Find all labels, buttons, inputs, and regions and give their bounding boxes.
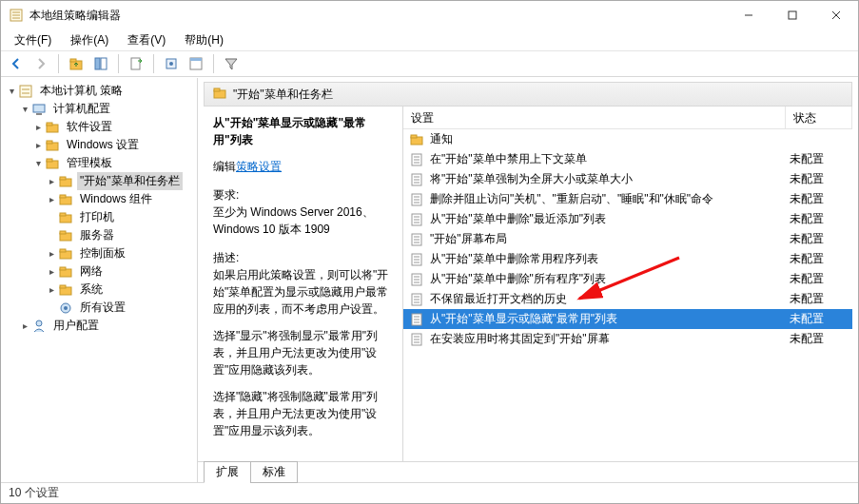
list-row[interactable]: 不保留最近打开文档的历史未配置 bbox=[403, 289, 852, 309]
tree-computer-config[interactable]: ▾ 计算机配置 bbox=[1, 100, 197, 118]
svg-rect-39 bbox=[60, 267, 66, 270]
list-row[interactable]: "开始"屏幕布局未配置 bbox=[403, 229, 852, 249]
folder-open-icon bbox=[58, 174, 73, 189]
tree-printers[interactable]: 打印机 bbox=[1, 208, 197, 226]
policy-icon bbox=[409, 272, 424, 287]
folder-icon bbox=[45, 156, 60, 171]
tree-software-settings[interactable]: ▸软件设置 bbox=[1, 118, 197, 136]
column-setting[interactable]: 设置 bbox=[403, 107, 786, 128]
description-text-2: 选择"显示"将强制显示"最常用"列表，并且用户无法更改为使用"设置"应用隐藏该列… bbox=[213, 327, 393, 378]
list-item-status: 未配置 bbox=[790, 231, 847, 247]
description-panel: 从"开始"菜单显示或隐藏"最常用"列表 编辑策略设置 要求: 至少为 Windo… bbox=[204, 107, 403, 461]
menu-view[interactable]: 查看(V) bbox=[120, 30, 173, 50]
list-row-selected[interactable]: 从"开始"菜单显示或隐藏"最常用"列表未配置 bbox=[403, 309, 852, 329]
details-content: 从"开始"菜单显示或隐藏"最常用"列表 编辑策略设置 要求: 至少为 Windo… bbox=[198, 107, 858, 461]
folder-icon bbox=[212, 86, 227, 104]
list-row[interactable]: 从"开始"菜单中删除常用程序列表未配置 bbox=[403, 249, 852, 269]
list-row[interactable]: 在"开始"菜单中禁用上下文菜单未配置 bbox=[403, 149, 852, 169]
back-button[interactable] bbox=[5, 52, 28, 75]
edit-policy-link[interactable]: 策略设置 bbox=[236, 160, 282, 173]
requirements-label: 要求: bbox=[213, 186, 393, 204]
folder-icon bbox=[409, 132, 424, 147]
policy-icon bbox=[409, 312, 424, 327]
policy-icon bbox=[409, 152, 424, 167]
list-item-status: 未配置 bbox=[790, 171, 847, 187]
column-status[interactable]: 状态 bbox=[786, 107, 852, 128]
svg-rect-9 bbox=[70, 59, 76, 62]
app-icon bbox=[9, 8, 24, 23]
list-item-label: 在"开始"菜单中禁用上下文菜单 bbox=[430, 151, 790, 167]
chevron-right-icon[interactable]: ▸ bbox=[45, 193, 58, 206]
tree-control-panel[interactable]: ▸控制面板 bbox=[1, 244, 197, 262]
list-row[interactable]: 在安装应用时将其固定到"开始"屏幕未配置 bbox=[403, 329, 852, 349]
list-folder-row[interactable]: 通知 bbox=[403, 129, 852, 149]
tree-server[interactable]: 服务器 bbox=[1, 226, 197, 244]
tree-admin-templates[interactable]: ▾管理模板 bbox=[1, 154, 197, 172]
refresh-button[interactable] bbox=[160, 52, 183, 75]
list-item-status: 未配置 bbox=[790, 271, 847, 287]
tree-start-taskbar[interactable]: ▸"开始"菜单和任务栏 bbox=[1, 172, 197, 190]
chevron-right-icon[interactable]: ▸ bbox=[45, 247, 58, 261]
menu-bar: 文件(F) 操作(A) 查看(V) 帮助(H) bbox=[1, 29, 858, 50]
minimize-button[interactable] bbox=[727, 1, 771, 29]
folder-icon bbox=[45, 120, 60, 135]
svg-rect-21 bbox=[36, 113, 42, 115]
svg-rect-37 bbox=[60, 249, 66, 252]
tree-label: 管理模板 bbox=[64, 154, 115, 172]
tree-label: 打印机 bbox=[77, 208, 117, 226]
properties-button[interactable] bbox=[185, 52, 207, 75]
tree-label: 计算机配置 bbox=[50, 100, 113, 118]
show-hide-tree-button[interactable] bbox=[89, 52, 112, 75]
list-row[interactable]: 删除并阻止访问"关机"、"重新启动"、"睡眠"和"休眠"命令未配置 bbox=[403, 189, 852, 209]
list-item-status: 未配置 bbox=[790, 191, 847, 207]
description-text-1: 如果启用此策略设置，则可以将"开始"菜单配置为显示或隐藏用户最常应用的列表，而不… bbox=[213, 266, 393, 318]
list-row[interactable]: 从"开始"菜单中删除"所有程序"列表未配置 bbox=[403, 269, 852, 289]
details-header: "开始"菜单和任务栏 bbox=[204, 82, 852, 107]
close-button[interactable] bbox=[814, 1, 858, 29]
tree-root[interactable]: ▾ 本地计算机 策略 bbox=[1, 82, 197, 100]
filter-button[interactable] bbox=[220, 52, 243, 75]
export-button[interactable] bbox=[125, 52, 147, 75]
folder-icon bbox=[58, 246, 73, 262]
forward-button[interactable] bbox=[29, 52, 52, 75]
list-body[interactable]: 通知 在"开始"菜单中禁用上下文菜单未配置 将"开始"菜单强制为全屏大小或菜单大… bbox=[403, 129, 852, 461]
tree-network[interactable]: ▸网络 bbox=[1, 262, 197, 281]
tree-system[interactable]: ▸系统 bbox=[1, 281, 197, 299]
settings-list: 设置 状态 通知 在"开始"菜单中禁用上下文菜单未配置 将"开始"菜单强制为全屏… bbox=[403, 107, 852, 461]
list-row[interactable]: 从"开始"菜单中删除"最近添加"列表未配置 bbox=[403, 209, 852, 229]
tree-all-settings[interactable]: 所有设置 bbox=[1, 299, 197, 317]
chevron-down-icon[interactable]: ▾ bbox=[5, 85, 18, 98]
up-button[interactable] bbox=[65, 52, 88, 75]
window-controls bbox=[727, 1, 858, 29]
chevron-right-icon[interactable]: ▸ bbox=[31, 139, 45, 152]
tree-user-config[interactable]: ▸用户配置 bbox=[1, 317, 197, 335]
chevron-down-icon[interactable]: ▾ bbox=[31, 157, 45, 170]
chevron-right-icon[interactable]: ▸ bbox=[18, 320, 31, 333]
chevron-right-icon[interactable]: ▸ bbox=[45, 175, 58, 188]
list-item-status: 未配置 bbox=[790, 211, 847, 227]
tab-extended[interactable]: 扩展 bbox=[204, 461, 251, 483]
window-title: 本地组策略编辑器 bbox=[29, 8, 727, 24]
svg-rect-12 bbox=[131, 58, 140, 69]
chevron-right-icon[interactable]: ▸ bbox=[45, 265, 58, 279]
tree-label: 本地计算机 策略 bbox=[37, 82, 126, 100]
chevron-right-icon[interactable]: ▸ bbox=[31, 121, 45, 134]
tree-windows-settings[interactable]: ▸Windows 设置 bbox=[1, 136, 197, 154]
svg-rect-23 bbox=[47, 123, 52, 126]
tab-standard[interactable]: 标准 bbox=[250, 461, 298, 483]
title-bar: 本地组策略编辑器 bbox=[1, 1, 858, 29]
tree-windows-components[interactable]: ▸Windows 组件 bbox=[1, 190, 197, 208]
chevron-right-icon[interactable]: ▸ bbox=[45, 283, 58, 297]
menu-file[interactable]: 文件(F) bbox=[7, 30, 59, 50]
menu-help[interactable]: 帮助(H) bbox=[177, 30, 231, 50]
description-label: 描述: bbox=[213, 249, 393, 266]
chevron-down-icon[interactable]: ▾ bbox=[18, 103, 31, 116]
list-item-label: 在安装应用时将其固定到"开始"屏幕 bbox=[430, 331, 790, 347]
maximize-button[interactable] bbox=[771, 1, 814, 29]
svg-rect-10 bbox=[95, 58, 100, 69]
menu-action[interactable]: 操作(A) bbox=[63, 30, 116, 50]
navigation-tree[interactable]: ▾ 本地计算机 策略 ▾ 计算机配置 ▸软件设置 bbox=[1, 78, 198, 482]
folder-icon bbox=[58, 282, 73, 298]
folder-icon bbox=[58, 210, 73, 225]
list-row[interactable]: 将"开始"菜单强制为全屏大小或菜单大小未配置 bbox=[403, 169, 852, 189]
